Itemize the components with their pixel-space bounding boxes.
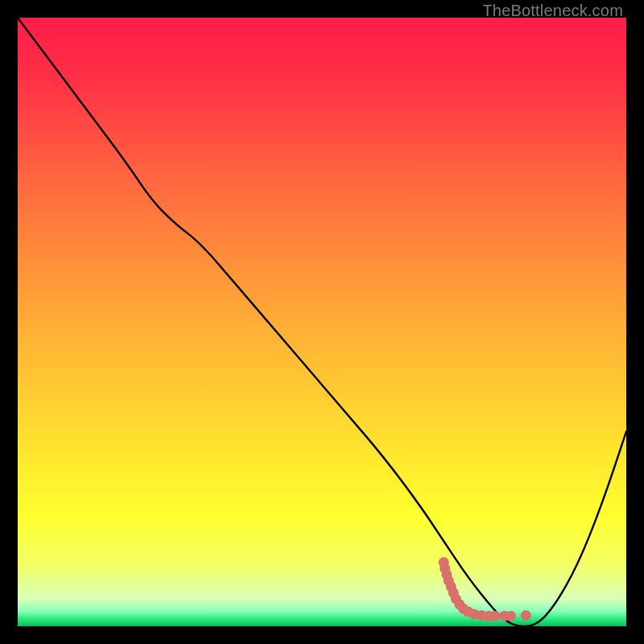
bottleneck-chart: [18, 18, 626, 626]
highlight-dot: [521, 610, 531, 621]
chart-frame: [18, 18, 626, 626]
highlight-dot: [489, 611, 500, 621]
highlight-dot: [506, 611, 516, 621]
gradient-background: [18, 18, 626, 626]
